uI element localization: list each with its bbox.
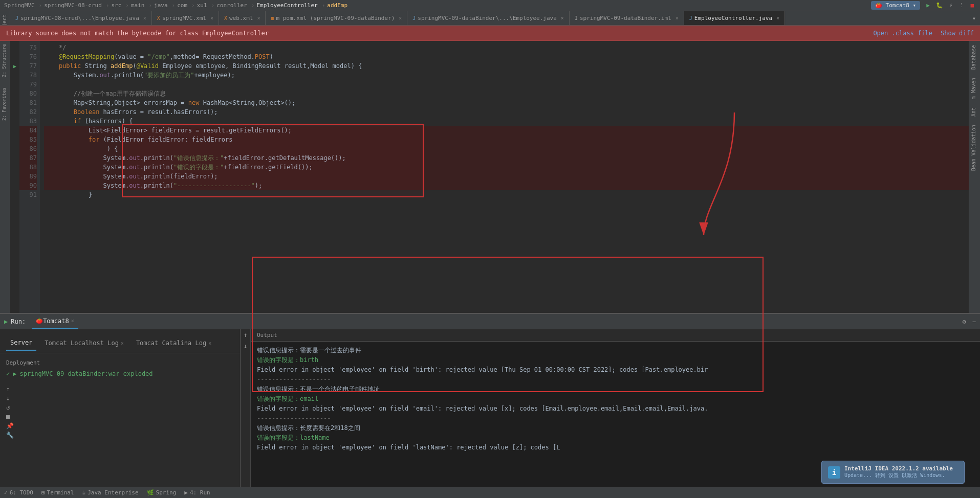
code-line-90: System.out.println("--------------------… [44,181,976,190]
breadcrumb-bar: SpringMVC › springMVC-08-crud › src › ma… [0,0,980,11]
output-line-4: 错误信息提示：不是一个合法的电子邮件地址 [257,384,974,394]
breadcrumb-xu1[interactable]: xu1 [197,2,207,9]
editor-tabs: 1: Project J springMVC-08-crud\...\Emplo… [0,11,980,26]
tab-overflow-btn[interactable]: ▾ [972,15,976,22]
status-terminal[interactable]: ⊞ Terminal [41,489,74,496]
code-line-86: ) { [44,144,976,153]
scroll-down-btn[interactable]: ↓ [6,395,234,402]
stop-server-btn[interactable]: ■ [6,413,234,420]
breadcrumb-java[interactable]: java [154,2,168,9]
status-spring[interactable]: 🌿 Spring [147,489,177,496]
deployment-item: ✓ ▶ springMVC-09-dataBinder:war exploded [0,368,240,379]
pin-btn[interactable]: 📌 [6,422,234,429]
config-btn[interactable]: 🔧 [6,432,234,439]
ant-panel-btn[interactable]: Ant [969,103,980,121]
code-line-82: Boolean hasErrors = result.hasErrors(); [44,107,976,117]
notification-subtitle: Update... 转到 设置 以激活 Windows. [844,472,958,479]
bean-validation-panel-btn[interactable]: Bean Validation [969,121,980,175]
breadcrumb-com[interactable]: com [177,2,187,9]
java-ee-label: Java Enterprise [88,489,138,496]
code-line-84: List<FieldError> fieldErrors = result.ge… [44,126,976,135]
code-line-88: System.out.println("错误的字段是："+fieldError.… [44,163,976,172]
status-todo[interactable]: ✓ 6: TODO [4,489,33,496]
code-text[interactable]: */ @RequestMapping(value = "/emp",method… [40,41,976,313]
reload-btn[interactable]: ↺ [6,404,234,411]
code-editor[interactable]: 75 76 77 78 79 80 81 82 83 84 85 86 87 8… [19,41,980,313]
server-tab[interactable]: Server [6,335,36,351]
breadcrumb-project[interactable]: springMVC-08-crud [44,2,102,9]
todo-label: 6: TODO [10,489,33,496]
localhost-log-tab[interactable]: Tomcat Localhost Log × [40,335,128,351]
output-line-9: Field error in object 'employee' on fiel… [257,443,974,452]
code-line-78: System.out.println("要添加的员工为"+employee); [44,71,976,80]
breadcrumb-main[interactable]: main [131,2,145,9]
output-sep-2: -------------------- [257,414,974,423]
breadcrumb-class[interactable]: EmployeeController [256,2,317,9]
minimize-btn[interactable]: − [972,318,976,325]
run-status-icon: ▶ [184,489,188,496]
debug-icon[interactable]: 🐛 [936,2,943,9]
breadcrumb-springmvc[interactable]: SpringMVC [4,2,35,9]
output-scroll-down[interactable]: ↓ [241,341,250,352]
terminal-label: Terminal [47,489,74,496]
todo-icon: ✓ [4,489,8,496]
run-title: Run: [11,318,26,325]
database-panel-btn[interactable]: Database [969,41,980,74]
breadcrumb-src[interactable]: src [111,2,121,9]
run-icon-sm: ▶ [4,318,8,325]
intellij-notification[interactable]: i IntelliJ IDEA 2022.1.2 available Updat… [821,461,965,484]
open-class-file-link[interactable]: Open .class file [873,30,932,37]
tab-pom-xml[interactable]: m m pom.xml (springMVC-09-dataBinder) × [266,11,407,25]
status-java-enterprise[interactable]: ☕ Java Enterprise [82,489,139,496]
stop-icon[interactable]: ■ [970,2,974,9]
code-line-80: //创建一个map用于存储错误信息 [44,89,976,98]
tab-springmvc-xml[interactable]: X springMVC.xml × [152,11,219,25]
show-diff-link[interactable]: Show diff [941,30,974,37]
deploy-status-icon: ✓ [6,370,10,377]
deployment-header: Deployment [0,357,240,368]
notification-text: IntelliJ IDEA 2022.1.2 available Update.… [844,465,958,479]
output-sep-1: -------------------- [257,375,974,384]
terminal-icon: ⊞ [41,489,45,496]
breadcrumb-conroller[interactable]: conroller [216,2,247,9]
output-line-1: 错误信息提示：需要是一个过去的事件 [257,346,974,355]
tab-web-xml[interactable]: X web.xml × [219,11,266,25]
output-line-3: Field error in object 'employee' on fiel… [257,365,974,375]
line-numbers: 75 76 77 78 79 80 81 82 83 84 85 86 87 8… [19,41,40,313]
output-line-7: 错误信息提示：长度需要在2和18之间 [257,423,974,433]
java-ee-icon: ☕ [82,489,86,496]
code-line-79 [44,80,976,89]
left-sidebar-project[interactable]: 1: Project [0,11,10,26]
more-run-icon[interactable]: ⋮ [959,2,964,9]
favorites-tab[interactable]: 2: Favorites [0,84,10,124]
tab-employee-java2[interactable]: J springMVC-09-dataBinder\...\Employee.j… [407,11,570,25]
run-tab-bar: ▶ Run: 🍅 Tomcat8 × ⚙ − [0,314,980,329]
run-with-coverage-icon[interactable]: ⚡ [949,2,953,9]
structure-tab[interactable]: 2: Structure [0,41,10,80]
deployment-name: springMVC-09-dataBinder:war exploded [19,370,153,377]
tab-employee-java[interactable]: J springMVC-08-crud\...\Employee.java × [10,11,152,25]
code-line-81: Map<String,Object> errorsMap = new HashM… [44,98,976,107]
status-bar: ✓ 6: TODO ⊞ Terminal ☕ Java Enterprise 🌿… [0,487,980,498]
run-status-label: 4: Run [190,489,210,496]
settings-icon[interactable]: ⚙ [963,318,966,325]
code-line-89: System.out.println(fieldError); [44,172,976,181]
output-scroll-up[interactable]: ↑ [241,329,250,341]
catalina-log-tab[interactable]: Tomcat Catalina Log × [132,335,215,351]
breadcrumb-method[interactable]: addEmp [327,2,347,9]
maven-panel-btn[interactable]: m Maven [969,74,980,103]
tab-employee-controller[interactable]: J EmployeeController.java × [684,11,785,25]
run-icon[interactable]: ▶ [926,2,930,9]
deployment-panel: Server Tomcat Localhost Log × Tomcat Cat… [0,329,241,487]
gutter: ▶ [10,41,19,313]
scroll-up-btn[interactable]: ↑ [6,386,234,393]
code-line-83: if (hasErrors) { [44,117,976,126]
tomcat-dropdown[interactable]: 🍅 Tomcat8 ▾ [871,1,920,10]
status-run[interactable]: ▶ 4: Run [184,489,210,496]
tab-iml[interactable]: I springMVC-09-dataBinder.iml × [570,11,684,25]
deploy-check-icon: ▶ [13,370,16,377]
code-line-76: @RequestMapping(value = "/emp",method= R… [44,52,976,61]
run-tomcat-tab[interactable]: 🍅 Tomcat8 × [32,314,78,329]
run-label: ▶ Run: [4,318,26,325]
output-line-2: 错误的字段是：birth [257,355,974,365]
